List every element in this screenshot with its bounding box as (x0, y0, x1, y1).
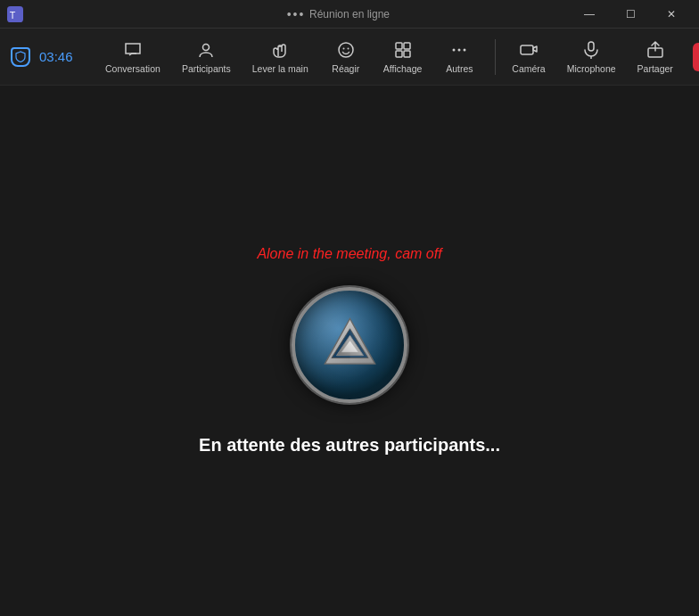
waiting-message: En attente des autres participants... (199, 435, 500, 456)
app-icon: T (7, 6, 23, 22)
svg-point-12 (464, 49, 466, 52)
alone-message: Alone in the meeting, cam off (257, 246, 441, 262)
window-controls[interactable]: — ☐ ✕ (569, 0, 692, 29)
user-avatar (292, 287, 407, 403)
svg-point-5 (347, 48, 349, 50)
svg-rect-14 (588, 42, 594, 51)
conversation-label: Conversation (105, 63, 160, 74)
security-icon (11, 47, 30, 67)
svg-rect-7 (404, 43, 410, 49)
share-button[interactable]: Partager (629, 34, 682, 79)
svg-point-11 (458, 49, 461, 52)
toolbar-divider (495, 39, 496, 75)
affichage-button[interactable]: Affichage (374, 34, 432, 79)
svg-rect-9 (404, 51, 410, 57)
react-icon (335, 39, 357, 61)
svg-point-2 (203, 45, 210, 51)
toolbar-right: Caméra Microphone Partager (503, 34, 699, 79)
svg-rect-8 (396, 51, 402, 57)
conversation-button[interactable]: Conversation (96, 34, 169, 79)
react-label: Réagir (332, 63, 359, 74)
call-timer: 03:46 (39, 49, 78, 64)
conversation-icon (122, 39, 144, 61)
affichage-label: Affichage (383, 63, 423, 74)
toolbar-left: 03:46 Conversation Participants (11, 34, 503, 79)
participants-label: Participants (182, 63, 231, 74)
participants-icon (195, 39, 217, 61)
svg-point-4 (342, 48, 344, 50)
camera-button[interactable]: Caméra (503, 34, 554, 79)
autres-button[interactable]: Autres (434, 34, 484, 79)
svg-text:T: T (10, 9, 16, 20)
svg-point-10 (453, 49, 456, 52)
quit-button[interactable]: Quitter (693, 43, 699, 71)
title-bar-left: T (7, 6, 23, 22)
affichage-icon (392, 39, 414, 61)
maximize-button[interactable]: ☐ (610, 0, 651, 29)
autres-label: Autres (446, 63, 473, 74)
window-title: Réunion en ligne (309, 8, 390, 21)
raise-hand-button[interactable]: Lever la main (243, 34, 317, 79)
microphone-button[interactable]: Microphone (558, 34, 625, 79)
participants-button[interactable]: Participants (173, 34, 240, 79)
close-button[interactable]: ✕ (651, 0, 692, 29)
avatar-logo (317, 312, 383, 379)
microphone-label: Microphone (567, 63, 616, 74)
camera-label: Caméra (512, 63, 545, 74)
share-label: Partager (637, 63, 673, 74)
minimize-button[interactable]: — (569, 0, 610, 29)
raise-hand-icon (269, 39, 291, 61)
share-icon (645, 39, 666, 61)
autres-icon (448, 39, 470, 61)
microphone-icon (580, 39, 602, 61)
svg-point-3 (339, 43, 353, 57)
main-content: Alone in the meeting, cam off (0, 86, 699, 616)
title-bar-dots[interactable]: ••• (287, 7, 306, 21)
raise-hand-label: Lever la main (252, 63, 308, 74)
svg-rect-13 (521, 45, 533, 54)
camera-icon (518, 39, 539, 61)
meeting-toolbar: 03:46 Conversation Participants (0, 29, 699, 86)
react-button[interactable]: Réagir (321, 34, 371, 79)
svg-rect-6 (396, 43, 402, 49)
title-bar: T Réunion en ligne ••• — ☐ ✕ (0, 0, 699, 29)
